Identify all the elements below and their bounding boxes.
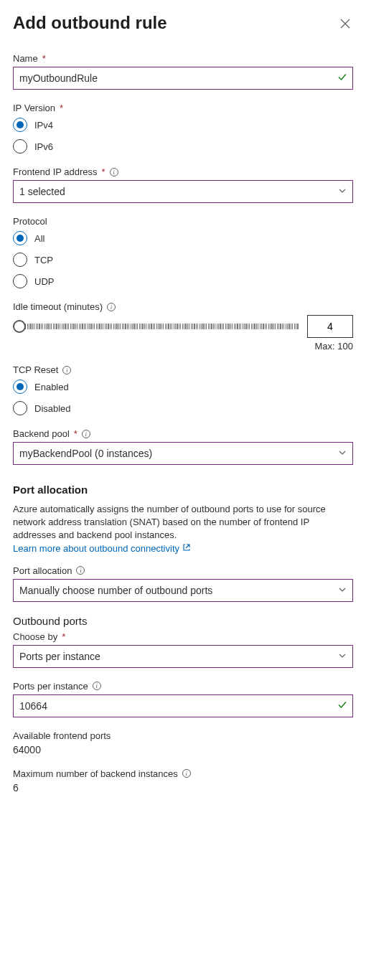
tcp-reset-label: TCP Reset — [13, 364, 58, 375]
info-icon[interactable]: i — [82, 430, 90, 438]
learn-more-link[interactable]: Learn more about outbound connectivity — [13, 542, 191, 555]
available-frontend-ports-value: 64000 — [13, 744, 353, 755]
info-icon[interactable]: i — [182, 769, 191, 778]
info-icon[interactable]: i — [76, 566, 85, 575]
learn-more-text: Learn more about outbound connectivity — [13, 542, 179, 555]
required-indicator: * — [60, 103, 63, 113]
chevron-down-icon — [338, 651, 347, 662]
info-icon[interactable]: i — [62, 366, 71, 374]
frontend-ip-select[interactable]: 1 selected — [13, 180, 353, 203]
page-title: Add outbound rule — [13, 13, 167, 33]
radio-label-tcp: TCP — [34, 255, 53, 265]
radio-protocol-udp[interactable]: UDP — [13, 274, 353, 288]
checkmark-icon — [337, 699, 347, 712]
radio-label-all: All — [34, 233, 44, 244]
idle-timeout-max: Max: 100 — [13, 341, 353, 352]
radio-label-enabled: Enabled — [34, 382, 69, 392]
radio-ipv6[interactable]: IPv6 — [13, 139, 353, 154]
radio-label-ipv6: IPv6 — [34, 141, 53, 152]
radio-icon — [13, 380, 27, 394]
radio-protocol-tcp[interactable]: TCP — [13, 253, 353, 267]
required-indicator: * — [74, 428, 78, 439]
backend-pool-value: myBackendPool (0 instances) — [19, 448, 152, 459]
port-allocation-select[interactable]: Manually choose number of outbound ports — [13, 579, 353, 602]
radio-icon — [13, 274, 27, 288]
radio-label-ipv4: IPv4 — [34, 120, 53, 131]
required-indicator: * — [62, 631, 65, 642]
chevron-down-icon — [338, 448, 347, 459]
radio-icon — [13, 231, 27, 245]
checkmark-icon — [337, 72, 347, 85]
radio-icon — [13, 139, 27, 154]
outbound-ports-heading: Outbound ports — [13, 615, 353, 627]
port-allocation-heading: Port allocation — [13, 484, 353, 496]
port-allocation-description: Azure automatically assigns the number o… — [13, 504, 326, 540]
ip-version-label: IP Version — [13, 103, 55, 113]
choose-by-value: Ports per instance — [19, 651, 100, 662]
chevron-down-icon — [338, 186, 347, 197]
info-icon[interactable]: i — [110, 168, 118, 176]
slider-thumb[interactable] — [13, 320, 26, 333]
radio-ipv4[interactable]: IPv4 — [13, 118, 353, 132]
slider-track-bg — [20, 324, 299, 329]
required-indicator: * — [102, 166, 105, 177]
port-allocation-value: Manually choose number of outbound ports — [19, 585, 212, 596]
frontend-ip-label: Frontend IP address — [13, 166, 98, 177]
radio-label-disabled: Disabled — [34, 403, 71, 414]
required-indicator: * — [42, 53, 46, 64]
name-label: Name — [13, 53, 38, 64]
port-allocation-label: Port allocation — [13, 565, 72, 576]
external-link-icon — [182, 542, 191, 555]
idle-timeout-input[interactable] — [307, 315, 353, 338]
frontend-ip-value: 1 selected — [19, 186, 65, 197]
radio-icon — [13, 118, 27, 132]
idle-timeout-slider[interactable] — [13, 319, 299, 334]
choose-by-select[interactable]: Ports per instance — [13, 645, 353, 668]
radio-tcpreset-disabled[interactable]: Disabled — [13, 401, 353, 415]
radio-tcpreset-enabled[interactable]: Enabled — [13, 380, 353, 394]
name-input[interactable] — [13, 67, 353, 90]
ports-per-instance-label: Ports per instance — [13, 681, 88, 692]
close-button[interactable] — [337, 16, 353, 34]
available-frontend-ports-label: Available frontend ports — [13, 730, 111, 741]
protocol-label: Protocol — [13, 216, 47, 227]
idle-timeout-label: Idle timeout (minutes) — [13, 301, 103, 312]
radio-icon — [13, 253, 27, 267]
max-backend-instances-value: 6 — [13, 782, 353, 793]
backend-pool-label: Backend pool — [13, 428, 70, 439]
radio-icon — [13, 401, 27, 415]
radio-label-udp: UDP — [34, 276, 54, 287]
info-icon[interactable]: i — [107, 303, 116, 311]
ports-per-instance-input[interactable] — [13, 694, 353, 717]
info-icon[interactable]: i — [93, 682, 101, 690]
max-backend-instances-label: Maximum number of backend instances — [13, 768, 178, 779]
radio-protocol-all[interactable]: All — [13, 231, 353, 245]
choose-by-label: Choose by — [13, 631, 57, 642]
close-icon — [340, 19, 350, 29]
backend-pool-select[interactable]: myBackendPool (0 instances) — [13, 442, 353, 465]
chevron-down-icon — [338, 585, 347, 596]
